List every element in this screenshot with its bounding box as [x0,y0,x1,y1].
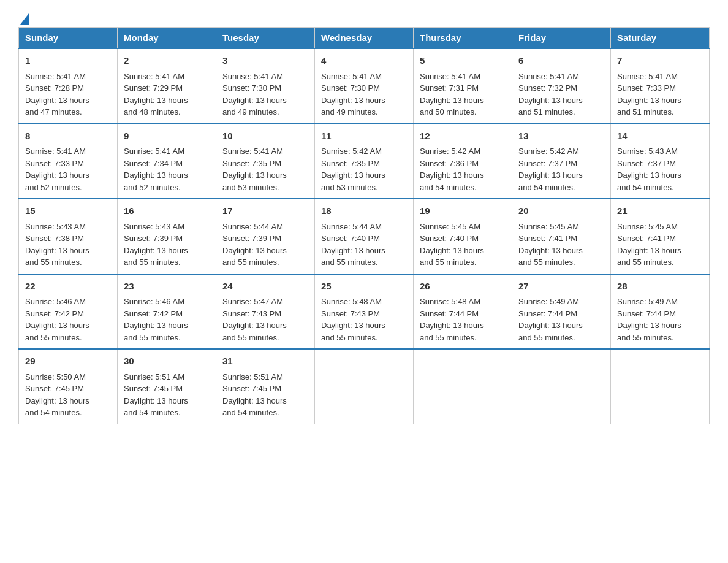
weekday-header-sunday: Sunday [19,28,118,49]
day-info: Sunrise: 5:41 AMSunset: 7:35 PMDaylight:… [222,145,308,193]
day-info: Sunrise: 5:41 AMSunset: 7:34 PMDaylight:… [124,145,210,193]
calendar-cell [512,349,611,424]
calendar-cell: 26Sunrise: 5:48 AMSunset: 7:44 PMDayligh… [414,274,512,350]
day-number: 12 [420,129,506,144]
day-number: 13 [518,129,604,144]
calendar-cell: 13Sunrise: 5:42 AMSunset: 7:37 PMDayligh… [512,124,611,199]
calendar-cell: 18Sunrise: 5:44 AMSunset: 7:40 PMDayligh… [315,199,414,274]
calendar-cell: 22Sunrise: 5:46 AMSunset: 7:42 PMDayligh… [19,274,118,350]
weekday-header-tuesday: Tuesday [216,28,315,49]
calendar-cell: 20Sunrise: 5:45 AMSunset: 7:41 PMDayligh… [512,199,611,274]
logo [18,12,29,21]
calendar-week-row-4: 22Sunrise: 5:46 AMSunset: 7:42 PMDayligh… [19,274,710,350]
calendar-cell: 24Sunrise: 5:47 AMSunset: 7:43 PMDayligh… [216,274,315,350]
calendar-cell [611,349,710,424]
day-info: Sunrise: 5:45 AMSunset: 7:41 PMDaylight:… [617,221,703,269]
day-number: 1 [25,54,111,68]
day-info: Sunrise: 5:49 AMSunset: 7:44 PMDaylight:… [518,296,604,343]
calendar-cell: 23Sunrise: 5:46 AMSunset: 7:42 PMDayligh… [118,274,216,350]
day-info: Sunrise: 5:51 AMSunset: 7:45 PMDaylight:… [222,371,308,419]
day-number: 8 [25,129,111,144]
day-number: 20 [518,204,604,218]
calendar-cell: 16Sunrise: 5:43 AMSunset: 7:39 PMDayligh… [118,199,216,274]
day-info: Sunrise: 5:41 AMSunset: 7:33 PMDaylight:… [617,71,703,118]
day-info: Sunrise: 5:41 AMSunset: 7:31 PMDaylight:… [420,71,506,118]
day-info: Sunrise: 5:48 AMSunset: 7:43 PMDaylight:… [321,296,407,343]
day-number: 14 [617,129,703,144]
calendar-cell: 5Sunrise: 5:41 AMSunset: 7:31 PMDaylight… [414,48,512,124]
day-number: 2 [124,54,210,68]
logo-line1 [18,12,29,25]
calendar-week-row-1: 1Sunrise: 5:41 AMSunset: 7:28 PMDaylight… [19,48,710,124]
day-number: 10 [222,129,308,144]
calendar-cell: 15Sunrise: 5:43 AMSunset: 7:38 PMDayligh… [19,199,118,274]
calendar-cell: 28Sunrise: 5:49 AMSunset: 7:44 PMDayligh… [611,274,710,350]
day-info: Sunrise: 5:46 AMSunset: 7:42 PMDaylight:… [124,296,210,343]
calendar-week-row-2: 8Sunrise: 5:41 AMSunset: 7:33 PMDaylight… [19,124,710,199]
day-number: 30 [124,354,210,369]
day-number: 25 [321,280,407,294]
day-info: Sunrise: 5:41 AMSunset: 7:29 PMDaylight:… [124,71,210,118]
page-header [18,12,710,21]
weekday-header-wednesday: Wednesday [315,28,414,49]
calendar-cell: 4Sunrise: 5:41 AMSunset: 7:30 PMDaylight… [315,48,414,124]
day-info: Sunrise: 5:44 AMSunset: 7:40 PMDaylight:… [321,221,407,269]
day-info: Sunrise: 5:41 AMSunset: 7:30 PMDaylight:… [222,71,308,118]
calendar-cell: 7Sunrise: 5:41 AMSunset: 7:33 PMDaylight… [611,48,710,124]
day-number: 31 [222,354,308,369]
calendar-cell: 17Sunrise: 5:44 AMSunset: 7:39 PMDayligh… [216,199,315,274]
calendar-cell: 11Sunrise: 5:42 AMSunset: 7:35 PMDayligh… [315,124,414,199]
day-number: 5 [420,54,506,68]
calendar-cell: 1Sunrise: 5:41 AMSunset: 7:28 PMDaylight… [19,48,118,124]
day-number: 19 [420,204,506,218]
weekday-header-saturday: Saturday [611,28,710,49]
day-number: 4 [321,54,407,68]
day-info: Sunrise: 5:47 AMSunset: 7:43 PMDaylight:… [222,296,308,343]
day-info: Sunrise: 5:45 AMSunset: 7:41 PMDaylight:… [518,221,604,269]
day-number: 6 [518,54,604,68]
day-info: Sunrise: 5:42 AMSunset: 7:37 PMDaylight:… [518,145,604,193]
day-info: Sunrise: 5:41 AMSunset: 7:28 PMDaylight:… [25,71,111,118]
day-number: 15 [25,204,111,218]
calendar-cell: 2Sunrise: 5:41 AMSunset: 7:29 PMDaylight… [118,48,216,124]
day-number: 28 [617,280,703,294]
day-info: Sunrise: 5:46 AMSunset: 7:42 PMDaylight:… [25,296,111,343]
day-number: 26 [420,280,506,294]
calendar-cell: 29Sunrise: 5:50 AMSunset: 7:45 PMDayligh… [19,349,118,424]
weekday-header-friday: Friday [512,28,611,49]
day-info: Sunrise: 5:43 AMSunset: 7:38 PMDaylight:… [25,221,111,269]
calendar-cell: 6Sunrise: 5:41 AMSunset: 7:32 PMDaylight… [512,48,611,124]
calendar-cell: 8Sunrise: 5:41 AMSunset: 7:33 PMDaylight… [19,124,118,199]
day-info: Sunrise: 5:42 AMSunset: 7:36 PMDaylight:… [420,145,506,193]
day-info: Sunrise: 5:45 AMSunset: 7:40 PMDaylight:… [420,221,506,269]
calendar-cell [414,349,512,424]
day-number: 27 [518,280,604,294]
calendar-cell: 25Sunrise: 5:48 AMSunset: 7:43 PMDayligh… [315,274,414,350]
calendar-cell: 27Sunrise: 5:49 AMSunset: 7:44 PMDayligh… [512,274,611,350]
day-number: 11 [321,129,407,144]
calendar-cell: 30Sunrise: 5:51 AMSunset: 7:45 PMDayligh… [118,349,216,424]
calendar-cell: 21Sunrise: 5:45 AMSunset: 7:41 PMDayligh… [611,199,710,274]
day-info: Sunrise: 5:49 AMSunset: 7:44 PMDaylight:… [617,296,703,343]
weekday-header-thursday: Thursday [414,28,512,49]
calendar-cell: 31Sunrise: 5:51 AMSunset: 7:45 PMDayligh… [216,349,315,424]
weekday-header-monday: Monday [118,28,216,49]
day-number: 7 [617,54,703,68]
logo-arrow-icon [20,13,29,25]
day-number: 18 [321,204,407,218]
calendar-cell: 9Sunrise: 5:41 AMSunset: 7:34 PMDaylight… [118,124,216,199]
day-number: 9 [124,129,210,144]
day-number: 22 [25,280,111,294]
day-info: Sunrise: 5:41 AMSunset: 7:32 PMDaylight:… [518,71,604,118]
day-info: Sunrise: 5:43 AMSunset: 7:39 PMDaylight:… [124,221,210,269]
day-info: Sunrise: 5:48 AMSunset: 7:44 PMDaylight:… [420,296,506,343]
day-number: 17 [222,204,308,218]
day-number: 23 [124,280,210,294]
day-info: Sunrise: 5:41 AMSunset: 7:30 PMDaylight:… [321,71,407,118]
day-info: Sunrise: 5:50 AMSunset: 7:45 PMDaylight:… [25,371,111,419]
day-info: Sunrise: 5:44 AMSunset: 7:39 PMDaylight:… [222,221,308,269]
calendar-cell: 10Sunrise: 5:41 AMSunset: 7:35 PMDayligh… [216,124,315,199]
calendar-cell: 19Sunrise: 5:45 AMSunset: 7:40 PMDayligh… [414,199,512,274]
day-number: 24 [222,280,308,294]
calendar-week-row-3: 15Sunrise: 5:43 AMSunset: 7:38 PMDayligh… [19,199,710,274]
